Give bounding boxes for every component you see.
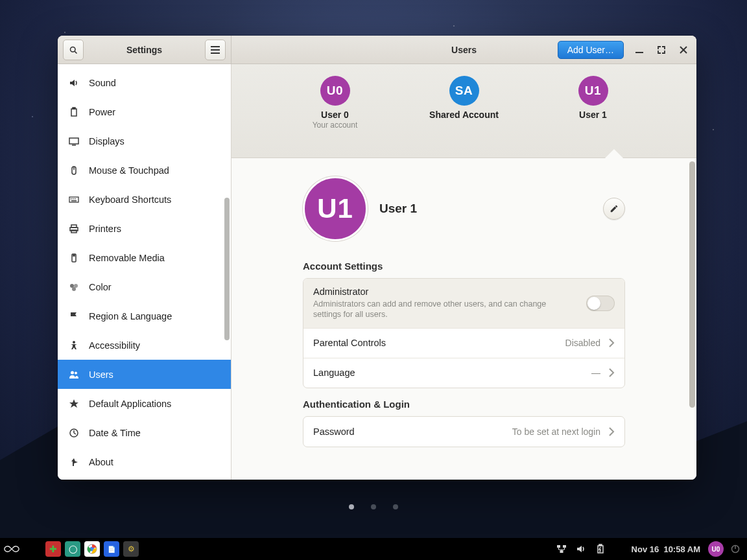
defaults-icon <box>68 399 80 409</box>
svg-rect-16 <box>73 198 74 200</box>
svg-point-28 <box>71 371 74 374</box>
language-row[interactable]: Language — <box>303 358 624 388</box>
svg-rect-4 <box>211 52 220 54</box>
sidebar-item-displays[interactable]: Displays <box>58 126 231 156</box>
workspace-dot-3[interactable] <box>393 504 398 509</box>
close-button[interactable] <box>677 43 690 56</box>
workspace-dot-1[interactable] <box>349 504 354 509</box>
password-label: Password <box>313 426 504 437</box>
selected-user-indicator-icon <box>605 149 623 158</box>
users-icon <box>68 369 80 380</box>
sidebar-item-label: Displays <box>89 136 124 146</box>
svg-rect-37 <box>560 550 563 553</box>
svg-rect-18 <box>71 200 77 202</box>
sidebar-item-label: Default Applications <box>89 399 171 409</box>
network-tray-icon[interactable] <box>554 541 569 557</box>
edit-profile-button[interactable] <box>603 198 625 220</box>
svg-rect-9 <box>73 108 75 109</box>
taskbar-user-avatar[interactable]: U0 <box>708 541 724 557</box>
sidebar-item-accessibility[interactable]: Accessibility <box>58 331 231 360</box>
svg-point-0 <box>70 47 75 52</box>
administrator-row: Administrator Administrators can add and… <box>303 279 624 328</box>
user-name: User 0 <box>321 110 349 120</box>
sidebar-item-about[interactable]: About <box>58 447 231 476</box>
workspace-dot-2[interactable] <box>371 504 376 509</box>
svg-rect-3 <box>211 49 220 51</box>
sidebar-item-keyboard[interactable]: Keyboard Shortcuts <box>58 185 231 214</box>
svg-rect-2 <box>211 46 220 47</box>
sidebar-item-label: Mouse & Touchpad <box>89 165 169 176</box>
parental-controls-row[interactable]: Parental Controls Disabled <box>303 328 624 358</box>
printers-icon <box>68 224 80 234</box>
profile-avatar[interactable]: U1 <box>303 176 368 241</box>
mouse-icon <box>68 165 80 176</box>
sidebar-item-color[interactable]: Color <box>58 272 231 301</box>
user-chip-0[interactable]: U0 User 0 Your account <box>296 76 374 130</box>
maximize-button[interactable] <box>655 43 668 56</box>
language-value: — <box>591 368 600 378</box>
administrator-label: Administrator <box>313 286 578 297</box>
users-panel: U0 User 0 Your accountSA Shared Account … <box>231 64 696 480</box>
svg-rect-20 <box>71 225 77 228</box>
sidebar-scrollbar[interactable] <box>223 68 230 476</box>
sidebar-title: Settings <box>126 45 162 55</box>
displays-icon <box>68 136 80 146</box>
sidebar-item-datetime[interactable]: Date & Time <box>58 418 231 447</box>
sidebar-item-mouse[interactable]: Mouse & Touchpad <box>58 156 231 185</box>
power-tray-icon[interactable] <box>728 541 743 557</box>
sidebar-item-label: About <box>89 457 113 467</box>
auth-login-title: Authentication & Login <box>303 399 625 410</box>
user-chip-2[interactable]: U1 User 1 <box>554 76 632 120</box>
sidebar-item-power[interactable]: Power <box>58 97 231 126</box>
search-button[interactable] <box>63 40 84 60</box>
user-name: Shared Account <box>429 110 499 120</box>
taskbar-settings-icon[interactable]: ⚙ <box>123 541 139 557</box>
chevron-right-icon <box>608 427 615 436</box>
user-name: User 1 <box>579 110 607 120</box>
password-row[interactable]: Password To be set at next login <box>303 417 624 447</box>
sidebar-item-label: Removable Media <box>89 253 165 263</box>
svg-point-26 <box>72 287 76 291</box>
sidebar-item-users[interactable]: Users <box>58 360 231 389</box>
minimize-button[interactable] <box>633 43 646 56</box>
taskbar-chrome-icon[interactable] <box>84 541 100 557</box>
account-settings-group: Administrator Administrators can add and… <box>303 278 625 388</box>
chevron-right-icon <box>608 368 615 377</box>
user-selector-strip: U0 User 0 Your accountSA Shared Account … <box>231 64 696 158</box>
taskbar-app-1[interactable]: ✚ <box>45 541 61 557</box>
datetime-icon <box>68 428 80 438</box>
volume-tray-icon[interactable] <box>573 541 589 557</box>
auth-login-group: Password To be set at next login <box>303 416 625 447</box>
hamburger-menu-button[interactable] <box>205 40 226 60</box>
workspace-pagination[interactable] <box>349 504 398 509</box>
sidebar-item-media[interactable]: Removable Media <box>58 243 231 272</box>
taskbar-app-4[interactable]: 📄 <box>104 541 119 557</box>
user-avatar: U1 <box>578 76 608 106</box>
battery-tray-icon[interactable] <box>593 541 608 557</box>
sidebar-item-defaults[interactable]: Default Applications <box>58 389 231 418</box>
sidebar-item-label: Accessibility <box>89 340 140 351</box>
sidebar-item-label: Sound <box>89 78 116 88</box>
add-user-button[interactable]: Add User… <box>558 41 624 59</box>
sidebar-item-label: Region & Language <box>89 311 172 321</box>
search-icon <box>69 45 78 55</box>
color-icon <box>68 282 80 292</box>
sidebar-item-sound[interactable]: Sound <box>58 68 231 97</box>
settings-window: Settings Users Add User… Soun <box>58 36 696 480</box>
keyboard-icon <box>68 194 80 205</box>
about-icon <box>68 457 80 467</box>
taskbar-app-2[interactable]: ◯ <box>65 541 80 557</box>
svg-rect-36 <box>563 545 566 548</box>
sidebar-item-region[interactable]: Region & Language <box>58 301 231 331</box>
sidebar-item-printers[interactable]: Printers <box>58 214 231 243</box>
svg-point-24 <box>70 284 74 288</box>
endless-menu-icon[interactable] <box>4 541 19 557</box>
sound-icon <box>68 78 80 88</box>
main-scrollbar[interactable] <box>689 161 695 474</box>
taskbar-clock[interactable]: Nov 16 10:58 AM <box>628 544 704 554</box>
profile-header: U1 User 1 <box>303 176 625 241</box>
hamburger-icon <box>211 46 220 54</box>
accessibility-icon <box>68 340 80 351</box>
user-chip-1[interactable]: SA Shared Account <box>425 76 503 120</box>
administrator-toggle[interactable] <box>586 296 615 311</box>
